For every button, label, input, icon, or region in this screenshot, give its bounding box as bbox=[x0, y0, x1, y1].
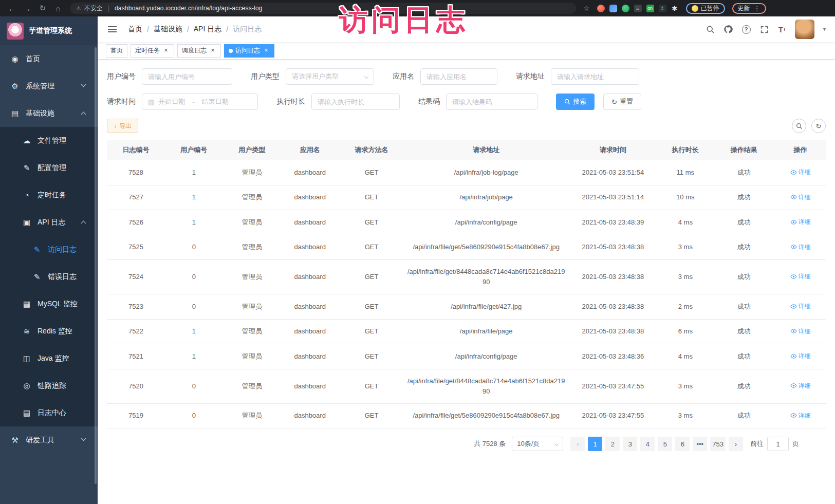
goto-page-input[interactable] bbox=[767, 437, 789, 451]
page-size-select[interactable]: 10条/页 bbox=[512, 437, 563, 451]
export-button[interactable]: ↓ 导出 bbox=[107, 119, 138, 133]
reload-icon[interactable]: ↻ bbox=[36, 4, 49, 13]
github-icon[interactable] bbox=[723, 24, 733, 34]
page-number-button[interactable]: 1 bbox=[588, 437, 602, 451]
request-url-input[interactable] bbox=[551, 68, 639, 85]
goto-label: 前往 bbox=[750, 439, 764, 449]
sidebar-item-system-manage[interactable]: ⚙系统管理 bbox=[0, 72, 98, 100]
sidebar-item-access-log[interactable]: ✎访问日志 bbox=[0, 236, 98, 263]
extension-icon[interactable]: ✱ bbox=[671, 5, 679, 12]
eye-icon bbox=[790, 194, 797, 200]
bookmark-star-icon[interactable]: ☆ bbox=[583, 4, 590, 12]
reset-button[interactable]: ↻ 重置 bbox=[603, 94, 641, 110]
result-code-input[interactable] bbox=[446, 94, 537, 110]
error-log-icon: ✎ bbox=[32, 272, 42, 282]
page-number-button[interactable]: 2 bbox=[605, 437, 620, 451]
detail-link[interactable]: 详细 bbox=[790, 271, 811, 282]
detail-link[interactable]: 详细 bbox=[790, 217, 811, 227]
refresh-table-button[interactable]: ↻ bbox=[811, 119, 826, 133]
sidebar-item-file-manage[interactable]: ☁文件管理 bbox=[0, 127, 98, 154]
detail-link[interactable]: 详细 bbox=[790, 381, 811, 391]
cell-time: 2021-05-03 23:48:39 bbox=[568, 210, 658, 235]
detail-link[interactable]: 详细 bbox=[790, 326, 811, 337]
breadcrumb-item[interactable]: 基础设施 bbox=[154, 25, 182, 34]
cell-method: GET bbox=[339, 260, 404, 294]
cell-url: /api/infra/file/get/5e8609290e915c4fa8b0… bbox=[404, 403, 568, 428]
request-time-range-picker[interactable]: ▦ 开始日期 - 结束日期 bbox=[142, 94, 258, 110]
extension-icon[interactable] bbox=[622, 5, 629, 12]
page-number-button[interactable]: 4 bbox=[640, 437, 655, 451]
tab-item[interactable]: 调度日志× bbox=[177, 44, 221, 58]
toggle-search-button[interactable] bbox=[792, 119, 806, 133]
fullscreen-icon[interactable] bbox=[759, 24, 769, 34]
table-header-row: 日志编号用户编号用户类型应用名请求方法名请求地址请求时间执行时长操作结果操作 bbox=[107, 140, 826, 160]
page-number-button[interactable]: 753 bbox=[710, 437, 726, 451]
user-type-select[interactable]: 请选择用户类型 bbox=[286, 68, 374, 85]
column-header: 请求方法名 bbox=[339, 140, 404, 160]
app-logo[interactable]: 芋道管理系统 bbox=[0, 16, 98, 45]
cell-time: 2021-05-03 23:47:55 bbox=[568, 369, 658, 403]
detail-link[interactable]: 详细 bbox=[790, 242, 811, 252]
duration-input[interactable] bbox=[311, 94, 400, 110]
chrome-update-button[interactable]: 更新 ⋮ bbox=[732, 3, 766, 14]
extension-icon[interactable] bbox=[609, 5, 617, 12]
extension-icon[interactable] bbox=[597, 5, 605, 12]
sidebar-scrollbar[interactable] bbox=[95, 47, 97, 484]
chevron-down-icon bbox=[81, 436, 86, 441]
detail-link[interactable]: 详细 bbox=[790, 351, 811, 361]
address-bar[interactable]: ⚠ 不安全 | dashboard.yudao.iocoder.cn/infra… bbox=[70, 3, 576, 14]
breadcrumb-item[interactable]: API 日志 bbox=[194, 25, 221, 34]
prev-page-button[interactable]: ‹ bbox=[570, 437, 585, 451]
sidebar-item-redis-monitor[interactable]: ≋Redis 监控 bbox=[0, 318, 98, 345]
sidebar-item-trace[interactable]: ◎链路追踪 bbox=[0, 372, 98, 399]
breadcrumb-item: 访问日志 bbox=[233, 25, 262, 34]
more-pages-button[interactable]: ••• bbox=[693, 437, 707, 451]
detail-link[interactable]: 详细 bbox=[790, 301, 811, 311]
font-size-icon[interactable]: TT bbox=[777, 24, 787, 34]
breadcrumb-item[interactable]: 首页 bbox=[128, 25, 142, 34]
detail-link[interactable]: 详细 bbox=[790, 192, 811, 202]
sidebar-item-home[interactable]: ◉首页 bbox=[0, 45, 98, 72]
extension-icon[interactable]: on bbox=[646, 5, 654, 12]
caret-down-icon[interactable]: ▼ bbox=[822, 27, 827, 32]
cell-id: 7525 bbox=[107, 235, 165, 260]
tab-item[interactable]: 定时任务× bbox=[131, 44, 174, 58]
sidebar-item-error-log[interactable]: ✎错误日志 bbox=[0, 263, 98, 290]
close-icon[interactable]: × bbox=[162, 47, 170, 54]
sidebar-item-log-center[interactable]: ▤日志中心 bbox=[0, 399, 98, 426]
kebab-menu-icon[interactable]: ⋮ bbox=[754, 5, 760, 12]
forward-icon[interactable]: → bbox=[21, 4, 34, 13]
tab-item[interactable]: 首页 bbox=[106, 44, 127, 58]
search-button[interactable]: 搜索 bbox=[556, 94, 595, 110]
user-id-input[interactable] bbox=[142, 68, 232, 85]
detail-link[interactable]: 详细 bbox=[790, 167, 811, 177]
page-number-button[interactable]: 6 bbox=[675, 437, 690, 451]
profile-paused-badge[interactable]: 已暂停 bbox=[686, 3, 725, 14]
user-avatar[interactable] bbox=[795, 20, 814, 39]
page-number-button[interactable]: 5 bbox=[658, 437, 672, 451]
sidebar-item-api-log[interactable]: ▣API 日志 bbox=[0, 209, 98, 236]
close-icon[interactable]: × bbox=[209, 47, 216, 54]
cell-app: dashboard bbox=[281, 235, 339, 260]
next-page-button[interactable]: › bbox=[729, 437, 743, 451]
app-name-input[interactable] bbox=[420, 68, 497, 85]
cell-time: 2021-05-03 23:47:55 bbox=[568, 403, 658, 428]
sidebar-item-mysql-monitor[interactable]: ▦MySQL 监控 bbox=[0, 290, 98, 318]
detail-link[interactable]: 详细 bbox=[790, 410, 811, 421]
extension-icon[interactable]: ♗ bbox=[659, 5, 666, 12]
home-icon[interactable]: ⌂ bbox=[51, 4, 65, 13]
hamburger-icon[interactable] bbox=[106, 24, 119, 34]
sidebar-item-java-monitor[interactable]: ◫Java 监控 bbox=[0, 345, 98, 372]
back-icon[interactable]: ← bbox=[5, 4, 18, 13]
page-number-button[interactable]: 3 bbox=[623, 437, 637, 451]
sidebar-item-scheduled-job[interactable]: ◔定时任务 bbox=[0, 181, 98, 209]
help-icon[interactable]: ? bbox=[741, 24, 751, 34]
sidebar-item-dev-tools[interactable]: ⚒研发工具 bbox=[0, 426, 98, 454]
search-icon[interactable] bbox=[705, 24, 715, 34]
cell-method: GET bbox=[339, 185, 404, 210]
tab-label: 调度日志 bbox=[182, 46, 207, 55]
sidebar-item-config-manage[interactable]: ✎配置管理 bbox=[0, 154, 98, 181]
sidebar-item-infrastructure[interactable]: ▤基础设施 bbox=[0, 100, 98, 127]
tab-item[interactable]: 访问日志× bbox=[224, 44, 274, 58]
close-icon[interactable]: × bbox=[263, 47, 270, 54]
